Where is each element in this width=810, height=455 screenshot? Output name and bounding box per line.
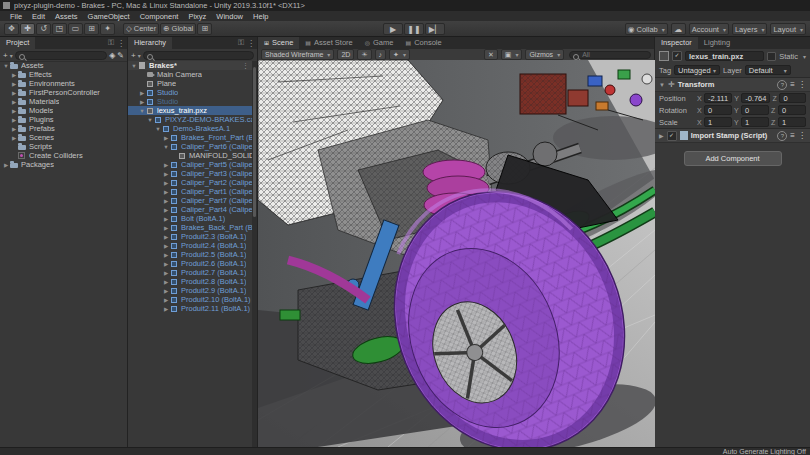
scale-tool-button[interactable]: ◳ [52,23,67,35]
tree-item[interactable]: ▶Caliper_Part3 (Caliper_Part3) [128,169,252,178]
active-checkbox[interactable]: ✓ [672,51,682,61]
tree-item[interactable]: ▶Plugins [0,115,127,124]
expander-arrow-icon[interactable]: ▶ [138,90,146,96]
create-object-button[interactable]: +▾ [131,51,141,60]
menu-file[interactable]: File [5,12,27,21]
tree-item[interactable]: ▼Demo-BrakesA.1 [128,124,252,133]
expander-arrow-icon[interactable]: ▼ [146,117,154,123]
scene-lighting-toggle[interactable]: ☀ [357,49,371,60]
tree-item[interactable]: ▼PIXYZ-DEMO-BRAKES.catproduct [128,115,252,124]
tab-project[interactable]: Project [0,37,35,49]
tree-item[interactable]: ▼Assets [0,61,127,70]
rotation-y-field[interactable]: 0 [741,105,769,115]
expander-arrow-icon[interactable]: ▶ [162,252,170,258]
static-checkbox[interactable] [767,52,776,61]
scene-viewport[interactable] [258,60,654,447]
lock-icon[interactable]: ⚿ [108,38,114,48]
tab-game[interactable]: ◎Game [359,37,400,49]
object-name-field[interactable]: lexus_train.pxz [685,51,764,61]
tree-item[interactable]: ▶Caliper_Part4 (Caliper_Part4) [128,205,252,214]
preset-icon[interactable]: ≡ [790,131,795,140]
position-y-field[interactable]: -0.764 [741,93,770,103]
expander-arrow-icon[interactable]: ▶ [10,72,18,78]
expander-arrow-icon[interactable]: ▶ [10,117,18,123]
menu-component[interactable]: Component [135,12,184,21]
scene-search-field[interactable] [569,51,651,59]
expander-arrow-icon[interactable]: ▶ [162,243,170,249]
tree-item[interactable]: ▶FirstPersonController [0,88,127,97]
tab-scene[interactable]: ⊞Scene [258,37,299,49]
tree-item[interactable]: ▶Studio [128,88,252,97]
add-component-button[interactable]: Add Component [684,151,782,166]
custom-tool-button[interactable]: ✦ [100,23,115,35]
expander-arrow-icon[interactable]: ▼ [154,126,162,132]
hidden-objects-toggle[interactable]: ✕ [484,49,498,60]
tab-console[interactable]: ▤Console [399,37,447,49]
scene-menu-icon[interactable]: ⋮ [242,62,252,70]
scene-effects-dropdown[interactable]: ✦▾ [389,49,410,60]
tree-item[interactable]: ▶Bolt (BoltA.1) [128,214,252,223]
space-toggle-button[interactable]: ⊕Global [160,23,196,35]
rotation-z-field[interactable]: 0 [778,105,806,115]
tree-item[interactable]: ▶Packages [0,160,127,169]
grid-snap-button[interactable]: ⊞ [197,23,212,35]
tab-asset-store[interactable]: ▤Asset Store [299,37,358,49]
expander-arrow-icon[interactable]: ▶ [162,225,170,231]
tree-item[interactable]: ▶Caliper_Part1 (Caliper_Part1) [128,187,252,196]
tree-item[interactable]: Main Camera [128,70,252,79]
label-filter-icon[interactable]: ✎ [117,51,124,60]
tree-item[interactable]: ▶Materials [0,97,127,106]
menu-edit[interactable]: Edit [27,12,50,21]
hierarchy-scrollbar[interactable] [252,61,257,447]
expander-arrow-icon[interactable]: ▶ [162,180,170,186]
transform-component-header[interactable]: ▼ ✛ Transform ? ≡ ⋮ [655,77,810,92]
create-asset-button[interactable]: +▾ [3,51,13,60]
tree-item[interactable]: ▶Produit2.3 (BoltA.1) [128,232,252,241]
tab-inspector[interactable]: Inspector [655,37,698,49]
draw-mode-dropdown[interactable]: Shaded Wireframe▾ [261,49,334,60]
tab-hierarchy[interactable]: Hierarchy [128,37,172,49]
menu-pixyz[interactable]: Pixyz [183,12,211,21]
component-menu-icon[interactable]: ⋮ [798,131,806,140]
help-icon[interactable]: ? [777,131,787,141]
tree-item[interactable]: ▶Produit2.6 (BoltA.1) [128,259,252,268]
step-button[interactable]: ▶▏ [425,23,445,35]
expander-arrow-icon[interactable]: ▶ [162,297,170,303]
preset-icon[interactable]: ≡ [790,80,795,89]
expander-arrow-icon[interactable]: ▶ [162,261,170,267]
tree-item[interactable]: ▶Caliper_Part2 (Caliper_Part2) [128,178,252,187]
menu-gameobject[interactable]: GameObject [83,12,135,21]
play-button[interactable]: ▶ [383,23,403,35]
tree-item[interactable]: ▶Caliper_Part5 (Caliper_Part5) [128,160,252,169]
expander-arrow-icon[interactable]: ▶ [162,234,170,240]
import-stamp-component-header[interactable]: ▶ ✓ Import Stamp (Script) ? ≡ ⋮ [655,128,810,143]
tree-item[interactable]: ▶Produit2.7 (BoltA.1) [128,268,252,277]
expander-arrow-icon[interactable]: ▶ [162,171,170,177]
scale-x-field[interactable]: 1 [704,117,732,127]
foldout-arrow-icon[interactable]: ▶ [659,132,664,139]
pivot-toggle-button[interactable]: ◇Center [123,23,159,35]
expander-arrow-icon[interactable]: ▶ [10,99,18,105]
expander-arrow-icon[interactable]: ▶ [162,270,170,276]
cloud-button[interactable]: ☁ [671,23,686,35]
tree-item[interactable]: Plane [128,79,252,88]
tree-item[interactable]: ▶Models [0,106,127,115]
project-search-field[interactable] [15,51,107,60]
collab-button[interactable]: ◉Collab▾ [625,23,668,35]
transform-tool-button[interactable]: ⊞ [84,23,99,35]
position-z-field[interactable]: 0 [779,93,806,103]
expander-arrow-icon[interactable]: ▼ [162,144,170,150]
tree-item[interactable]: ▶Environments [0,79,127,88]
expander-arrow-icon[interactable]: ▶ [162,198,170,204]
tree-item[interactable]: ▶Studio [128,97,252,106]
expander-arrow-icon[interactable]: ▶ [162,207,170,213]
component-enabled-checkbox[interactable]: ✓ [667,131,677,141]
expander-arrow-icon[interactable]: ▶ [10,108,18,114]
tree-item[interactable]: ▶Produit2.4 (BoltA.1) [128,241,252,250]
rotate-tool-button[interactable]: ↺ [36,23,51,35]
menu-window[interactable]: Window [211,12,248,21]
tree-item[interactable]: ▶Produit2.5 (BoltA.1) [128,250,252,259]
tag-dropdown[interactable]: Untagged▾ [674,65,720,75]
account-button[interactable]: Account▾ [689,23,729,35]
tree-item[interactable]: ▶Produit2.10 (BoltA.1) [128,295,252,304]
